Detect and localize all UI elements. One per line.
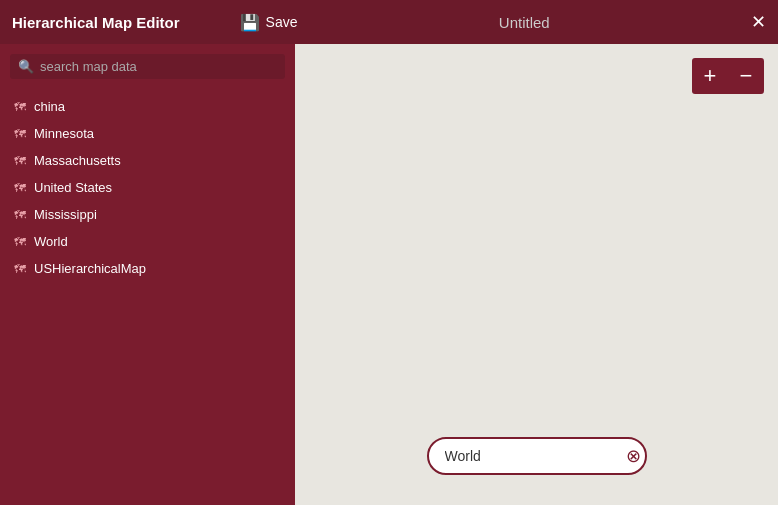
sidebar: 🔍 🗺 china 🗺 Minnesota 🗺 Massachusetts 🗺 …	[0, 44, 295, 505]
map-icon: 🗺	[14, 154, 26, 168]
bottom-search-area: ⊗	[427, 437, 647, 475]
map-canvas: + − ⊗	[295, 44, 778, 505]
clear-icon[interactable]: ⊗	[626, 445, 641, 467]
list-item-label: Mississippi	[34, 207, 97, 222]
list-item-label: china	[34, 99, 65, 114]
bottom-search-input[interactable]	[445, 448, 620, 464]
list-item-label: USHierarchicalMap	[34, 261, 146, 276]
map-icon: 🗺	[14, 208, 26, 222]
save-button[interactable]: 💾 Save	[240, 13, 298, 32]
main-area: 🔍 🗺 china 🗺 Minnesota 🗺 Massachusetts 🗺 …	[0, 44, 778, 505]
map-list: 🗺 china 🗺 Minnesota 🗺 Massachusetts 🗺 Un…	[0, 89, 295, 286]
save-icon: 💾	[240, 13, 260, 32]
map-icon: 🗺	[14, 262, 26, 276]
list-item-label: Massachusetts	[34, 153, 121, 168]
zoom-out-button[interactable]: −	[728, 58, 764, 94]
search-bar[interactable]: 🔍	[10, 54, 285, 79]
list-item-label: Minnesota	[34, 126, 94, 141]
list-item-label: United States	[34, 180, 112, 195]
search-icon: 🔍	[18, 59, 34, 74]
list-item[interactable]: 🗺 United States	[0, 174, 295, 201]
app-header: Hierarchical Map Editor 💾 Save Untitled …	[0, 0, 778, 44]
save-label: Save	[266, 14, 298, 30]
zoom-in-button[interactable]: +	[692, 58, 728, 94]
map-icon: 🗺	[14, 127, 26, 141]
close-button[interactable]: ✕	[751, 11, 766, 33]
list-item[interactable]: 🗺 World	[0, 228, 295, 255]
document-title: Untitled	[297, 14, 751, 31]
search-input[interactable]	[40, 59, 277, 74]
bottom-search-box: ⊗	[427, 437, 647, 475]
map-icon: 🗺	[14, 100, 26, 114]
map-icon: 🗺	[14, 181, 26, 195]
app-title: Hierarchical Map Editor	[12, 14, 180, 31]
list-item[interactable]: 🗺 Mississippi	[0, 201, 295, 228]
list-item[interactable]: 🗺 Minnesota	[0, 120, 295, 147]
list-item-label: World	[34, 234, 68, 249]
list-item[interactable]: 🗺 USHierarchicalMap	[0, 255, 295, 282]
map-icon: 🗺	[14, 235, 26, 249]
zoom-controls: + −	[692, 58, 764, 94]
list-item[interactable]: 🗺 Massachusetts	[0, 147, 295, 174]
list-item[interactable]: 🗺 china	[0, 93, 295, 120]
